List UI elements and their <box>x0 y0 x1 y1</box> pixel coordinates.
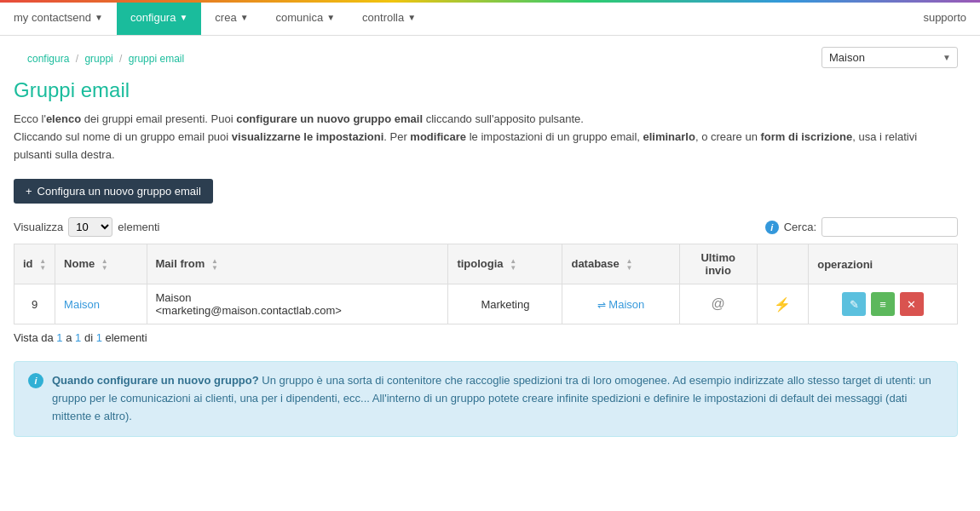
search-label: Cerca: <box>784 221 816 233</box>
nav-my-contactsend-caret: ▼ <box>95 13 103 22</box>
desc-pre2: Cliccando sul nome di un gruppo email pu… <box>14 130 232 143</box>
th-operazioni: operazioni <box>809 244 958 284</box>
th-database: database ▲▼ <box>562 244 679 284</box>
info-box: i Quando configurare un nuovo gruppo? Un… <box>14 361 958 436</box>
table-footer: Vista da 1 a 1 di 1 elementi <box>14 324 958 351</box>
desc-bold4: modificare <box>410 130 466 143</box>
database-name: Maison <box>608 298 644 311</box>
sort-mail-from[interactable]: ▲▼ <box>211 258 218 272</box>
desc-mid3: le impostazioni di un gruppo email, <box>466 130 643 143</box>
nav-comunica[interactable]: comunica ▼ <box>262 0 349 35</box>
breadcrumb: configura / gruppi / gruppi email <box>14 43 198 72</box>
delete-button[interactable]: ✕ <box>900 292 924 316</box>
nav-crea-caret: ▼ <box>240 13 249 22</box>
table-controls-right: i Cerca: <box>765 217 958 237</box>
groups-table: id ▲▼ Nome ▲▼ Mail from ▲▼ tipologia ▲▼ … <box>14 244 958 324</box>
desc-bold1: elenco <box>46 112 81 125</box>
td-id: 9 <box>14 284 55 324</box>
add-button-label: Configura un nuovo gruppo email <box>37 185 201 198</box>
elements-label: elementi <box>118 221 159 233</box>
breadcrumb-sep2: / <box>119 53 125 65</box>
th-id: id ▲▼ <box>14 244 55 284</box>
desc-mid4: , o creare un <box>695 130 761 143</box>
add-icon: + <box>26 185 32 198</box>
table-header-row: id ▲▼ Nome ▲▼ Mail from ▲▼ tipologia ▲▼ … <box>14 244 958 284</box>
footer-total[interactable]: 1 <box>96 331 102 344</box>
per-page-select[interactable]: 10 25 50 100 <box>68 217 112 237</box>
desc-bold2: configurare un nuovo gruppo email <box>236 112 423 125</box>
nav-configura[interactable]: configura ▼ <box>117 0 201 35</box>
description: Ecco l'elenco dei gruppi email presenti.… <box>14 111 958 164</box>
th-ops-extra <box>757 244 809 284</box>
list-button[interactable]: ≡ <box>871 292 895 316</box>
desc-post1: cliccando sull'apposito pulsante. <box>423 112 584 125</box>
footer-from[interactable]: 1 <box>56 331 62 344</box>
td-bolt-icon: ⚡ <box>757 284 809 324</box>
desc-bold5: eliminarlo <box>643 130 695 143</box>
desc-mid1: dei gruppi email presenti. Puoi <box>81 112 236 125</box>
breadcrumb-gruppi-email[interactable]: gruppi email <box>129 53 184 65</box>
account-selector-wrapper: Maison <box>821 47 958 68</box>
td-tipologia: Marketing <box>448 284 562 324</box>
account-selector[interactable]: Maison <box>821 47 958 68</box>
at-icon: @ <box>712 296 725 311</box>
td-operazioni: ✎ ≡ ✕ <box>809 284 958 324</box>
footer-mid1: a <box>63 331 75 344</box>
nav-support: supporto <box>909 0 980 35</box>
sort-database[interactable]: ▲▼ <box>625 258 632 272</box>
mail-from-email: <marketing@maison.contactlab.com> <box>156 304 342 317</box>
breadcrumb-sep1: / <box>76 53 82 65</box>
nav-controlla[interactable]: controlla ▼ <box>349 0 429 35</box>
th-nome: Nome ▲▼ <box>55 244 147 284</box>
td-at-icon: @ <box>679 284 757 324</box>
breadcrumb-configura[interactable]: configura <box>27 53 69 65</box>
database-arrows-icon: ⇌ <box>597 299 608 311</box>
mail-from-name: Maison <box>156 291 192 304</box>
info-box-icon: i <box>28 373 43 388</box>
edit-button[interactable]: ✎ <box>842 292 866 316</box>
td-database: ⇌ Maison <box>562 284 679 324</box>
main-content: configura / gruppi / gruppi email Maison… <box>0 36 971 451</box>
add-group-button[interactable]: + Configura un nuovo gruppo email <box>14 179 213 204</box>
show-label: Visualizza <box>14 221 63 233</box>
footer-mid2: di <box>81 331 95 344</box>
breadcrumb-row: configura / gruppi / gruppi email Maison <box>14 43 958 72</box>
td-mail-from: Maison <marketing@maison.contactlab.com> <box>147 284 448 324</box>
breadcrumb-gruppi[interactable]: gruppi <box>84 53 112 65</box>
delete-icon: ✕ <box>907 298 916 311</box>
nav-controlla-caret: ▼ <box>407 13 416 22</box>
group-name-link[interactable]: Maison <box>64 298 100 311</box>
table-controls-left: Visualizza 10 25 50 100 elementi <box>14 217 159 237</box>
footer-pre: Vista da <box>14 331 56 344</box>
nav-comunica-caret: ▼ <box>326 13 335 22</box>
edit-icon: ✎ <box>850 298 859 311</box>
th-tipologia: tipologia ▲▼ <box>448 244 562 284</box>
sort-tipologia[interactable]: ▲▼ <box>510 258 516 272</box>
nav-my-contactsend[interactable]: my contactsend ▼ <box>0 0 117 35</box>
desc-pre1: Ecco l' <box>14 112 46 125</box>
info-box-text: Quando configurare un nuovo gruppo? Un g… <box>52 372 943 425</box>
nav-crea[interactable]: crea ▼ <box>201 0 262 35</box>
footer-post: elementi <box>102 331 147 344</box>
nav-configura-caret: ▼ <box>179 13 187 22</box>
desc-bold6: form di iscrizione <box>761 130 853 143</box>
sort-nome[interactable]: ▲▼ <box>101 258 108 272</box>
th-ultimo-invio: Ultimoinvio <box>679 244 757 284</box>
table-row: 9 Maison Maison <marketing@maison.contac… <box>14 284 958 324</box>
bolt-icon: ⚡ <box>774 297 791 312</box>
th-mail-from: Mail from ▲▼ <box>147 244 448 284</box>
table-controls: Visualizza 10 25 50 100 elementi i Cerca… <box>14 217 958 237</box>
page-title: Gruppi email <box>14 78 958 102</box>
top-navigation: my contactsend ▼ configura ▼ crea ▼ comu… <box>0 0 980 36</box>
search-input[interactable] <box>821 217 958 237</box>
sort-id[interactable]: ▲▼ <box>39 258 46 272</box>
desc-mid2: . Per <box>383 130 410 143</box>
desc-bold3: visualizzarne le impostazioni <box>232 130 383 143</box>
list-icon: ≡ <box>879 298 886 311</box>
search-info-icon: i <box>765 221 779 234</box>
td-nome: Maison <box>55 284 147 324</box>
info-box-title: Quando configurare un nuovo gruppo? <box>52 374 259 387</box>
